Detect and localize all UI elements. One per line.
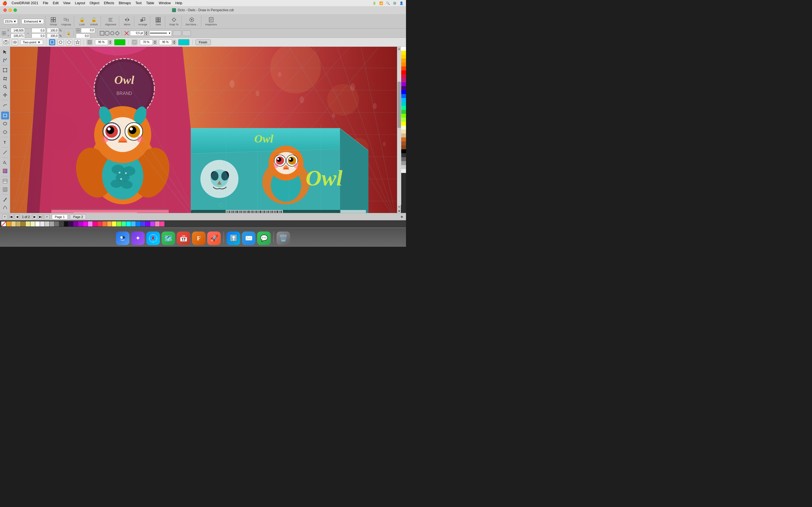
palette-color-swatch[interactable] bbox=[401, 118, 406, 122]
palette-color-swatch[interactable] bbox=[401, 78, 406, 82]
color-bar-swatch[interactable] bbox=[155, 221, 160, 226]
close-button[interactable] bbox=[3, 8, 7, 12]
prev-page-first-button[interactable]: |◀ bbox=[8, 214, 13, 219]
color-bar-swatch[interactable] bbox=[107, 221, 112, 226]
tool-zoom[interactable] bbox=[1, 83, 9, 91]
palette-color-swatch[interactable] bbox=[401, 169, 406, 173]
dock-finder[interactable] bbox=[116, 231, 130, 245]
color-bar-swatch[interactable] bbox=[150, 221, 155, 226]
color-bar-swatch[interactable] bbox=[40, 221, 45, 226]
tool-line[interactable] bbox=[1, 149, 9, 156]
next-page-button[interactable]: ▶ bbox=[32, 214, 37, 219]
dock-maps[interactable]: 🗺️ bbox=[161, 231, 175, 245]
op3-down[interactable]: ▼ bbox=[172, 42, 176, 45]
stroke-style-dropdown[interactable]: ▼ bbox=[149, 31, 172, 36]
palette-color-swatch[interactable] bbox=[401, 142, 406, 145]
no-color-swatch[interactable] bbox=[1, 221, 6, 226]
prev-page-button[interactable]: ◀ bbox=[15, 214, 20, 219]
dock-trash[interactable]: 🗑️ bbox=[276, 231, 290, 245]
palette-color-swatch[interactable] bbox=[401, 59, 406, 62]
perspective-mode-dropdown[interactable]: Two-point ▼ bbox=[20, 40, 43, 45]
get-more-button[interactable]: Get More... bbox=[184, 16, 200, 27]
palette-color-swatch[interactable] bbox=[401, 157, 406, 161]
palette-color-swatch[interactable] bbox=[401, 102, 406, 106]
apple-menu[interactable]: 🍎 bbox=[2, 1, 7, 5]
opacity1-input[interactable] bbox=[95, 40, 108, 45]
palette-color-swatch[interactable] bbox=[401, 90, 406, 94]
palette-color-swatch[interactable] bbox=[401, 98, 406, 102]
user-icon[interactable]: 👤 bbox=[399, 1, 404, 5]
persp-visibility-icon[interactable] bbox=[12, 39, 18, 45]
tool-transform[interactable] bbox=[1, 66, 9, 74]
add-page-button[interactable]: + bbox=[2, 214, 7, 219]
palette-color-swatch[interactable] bbox=[401, 145, 406, 149]
color-bar-swatch[interactable] bbox=[21, 221, 26, 226]
tool-freehand[interactable] bbox=[1, 101, 9, 109]
x-input[interactable] bbox=[11, 28, 25, 33]
menu-view[interactable]: View bbox=[63, 1, 70, 5]
scroll-thumb[interactable] bbox=[398, 82, 401, 128]
rect-shape-icon[interactable] bbox=[100, 31, 104, 36]
color-bar-swatch[interactable] bbox=[45, 221, 49, 226]
menu-help[interactable]: Help bbox=[175, 1, 183, 5]
color-bar-swatch[interactable] bbox=[59, 221, 64, 226]
control-center-icon[interactable]: ⚙️ bbox=[393, 1, 397, 5]
plane-color-green[interactable] bbox=[114, 39, 125, 45]
plane-color-cyan[interactable] bbox=[178, 39, 190, 45]
mirror-button[interactable]: Mirror bbox=[121, 16, 133, 27]
scroll-down-arrow[interactable]: ▼ bbox=[397, 205, 401, 209]
rounded-rect-icon[interactable] bbox=[105, 31, 109, 36]
palette-color-swatch[interactable] bbox=[401, 149, 406, 153]
palette-color-swatch[interactable] bbox=[401, 62, 406, 66]
palette-color-swatch[interactable] bbox=[401, 165, 406, 169]
color-bar-swatch[interactable] bbox=[73, 221, 78, 226]
menu-edit[interactable]: Edit bbox=[53, 1, 59, 5]
color-bar-swatch[interactable] bbox=[141, 221, 145, 226]
inspectors-button[interactable]: Inspectors bbox=[204, 16, 219, 27]
dock-safari[interactable] bbox=[146, 231, 160, 245]
canvas-area[interactable]: Owl BRAND bbox=[10, 47, 397, 213]
maximize-button[interactable] bbox=[13, 8, 17, 12]
dock-fantastical[interactable]: 📅 bbox=[177, 231, 190, 245]
alignment-button[interactable]: Alignment bbox=[103, 16, 118, 27]
color-bar-swatch[interactable] bbox=[31, 221, 35, 226]
palette-color-swatch[interactable] bbox=[401, 114, 406, 118]
plane-rect-icon[interactable] bbox=[49, 39, 55, 45]
color-bar-swatch[interactable] bbox=[102, 221, 107, 226]
palette-color-swatch[interactable] bbox=[401, 70, 406, 74]
unlock-button[interactable]: 🔓 Unlock bbox=[88, 16, 100, 27]
dock-mail[interactable]: ✉️ bbox=[242, 231, 255, 245]
arrow-start[interactable] bbox=[173, 31, 181, 36]
menu-object[interactable]: Object bbox=[90, 1, 100, 5]
pos1-input[interactable] bbox=[81, 28, 95, 33]
palette-color-swatch[interactable] bbox=[401, 74, 406, 78]
palette-color-swatch[interactable] bbox=[401, 126, 406, 129]
opacity2-input[interactable] bbox=[140, 40, 153, 45]
tool-text[interactable]: T bbox=[1, 138, 9, 146]
stroke-down[interactable]: ▼ bbox=[145, 33, 148, 36]
arrow-end[interactable] bbox=[183, 31, 191, 36]
zoom-reset-icon[interactable]: ⊕ bbox=[398, 209, 400, 213]
palette-color-swatch[interactable] bbox=[401, 137, 406, 142]
color-bar-swatch[interactable] bbox=[79, 221, 83, 226]
palette-color-swatch[interactable] bbox=[401, 55, 406, 59]
menu-bitmaps[interactable]: Bitmaps bbox=[119, 1, 131, 5]
palette-color-swatch[interactable] bbox=[401, 82, 406, 86]
color-bar-swatch[interactable] bbox=[126, 221, 131, 226]
view-mode-dropdown[interactable]: Enhanced ▼ bbox=[21, 19, 44, 24]
op1-up[interactable]: ▲ bbox=[109, 40, 112, 42]
color-bar-swatch[interactable] bbox=[121, 221, 126, 226]
tool-crop[interactable] bbox=[1, 75, 9, 82]
arrange-button[interactable]: Arrange bbox=[137, 16, 149, 27]
add-page-end-button[interactable]: + bbox=[45, 214, 50, 219]
color-bar-swatch[interactable] bbox=[6, 221, 11, 226]
menu-layout[interactable]: Layout bbox=[75, 1, 85, 5]
page-tab-1[interactable]: Page 1 bbox=[52, 214, 68, 219]
op1-down[interactable]: ▼ bbox=[109, 42, 112, 45]
finish-button[interactable]: Finish bbox=[195, 40, 211, 45]
plane-polygon-icon[interactable] bbox=[66, 39, 72, 45]
tool-smart-fill[interactable] bbox=[1, 177, 9, 185]
palette-color-swatch[interactable] bbox=[401, 51, 406, 55]
color-bar-swatch[interactable] bbox=[69, 221, 73, 226]
menu-coreldraw[interactable]: CorelDRAW 2021 bbox=[11, 1, 38, 5]
